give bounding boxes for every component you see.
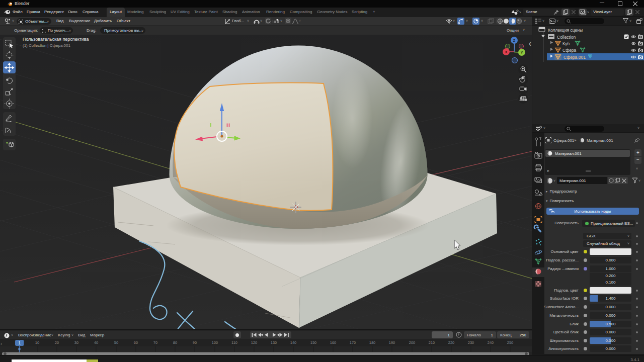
svg-text:(1) Collection | Сфера.001: (1) Collection | Сфера.001 <box>23 43 70 48</box>
svg-text:1: 1 <box>18 340 21 345</box>
svg-text:Y: Y <box>521 51 523 54</box>
svg-text:Пользовательская перспектива: Пользовательская перспектива <box>23 37 89 42</box>
svg-text:Коллекция сцены: Коллекция сцены <box>548 28 583 33</box>
svg-text:Куб: Куб <box>562 41 570 46</box>
svg-text:Collection: Collection <box>557 35 576 40</box>
svg-text:Сфера: Сфера <box>562 48 577 53</box>
svg-text:❮: ❮ <box>528 41 532 47</box>
svg-text:›: › <box>1 341 2 346</box>
svg-text:Z: Z <box>513 39 516 42</box>
svg-text:Сфера.001: Сфера.001 <box>564 55 586 60</box>
svg-text:X: X <box>505 50 508 54</box>
